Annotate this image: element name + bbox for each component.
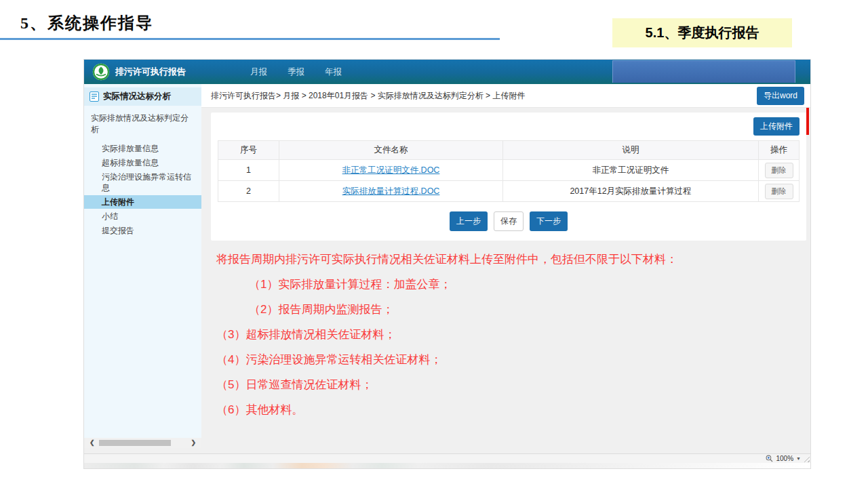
col-header-description: 说明 — [503, 141, 759, 160]
top-nav: 月报 季报 年报 — [250, 66, 342, 78]
sidebar-horizontal-scrollbar[interactable]: ❮ ❯ — [84, 438, 201, 448]
file-link[interactable]: 非正常工况证明文件.DOC — [342, 165, 440, 175]
delete-button[interactable]: 删除 — [765, 184, 793, 199]
cell-seq: 2 — [218, 181, 279, 202]
col-header-action: 操作 — [759, 141, 800, 160]
attachments-panel: 上传附件 序号 文件名称 说明 操作 — [211, 113, 806, 241]
red-annotation-text: 将报告周期内排污许可实际执行情况相关佐证材料上传至附件中，包括但不限于以下材料：… — [216, 247, 759, 422]
nav-item-quarterly[interactable]: 季报 — [288, 66, 304, 78]
title-underline — [0, 38, 500, 40]
scrollbar-thumb[interactable] — [99, 440, 171, 446]
attachments-table: 序号 文件名称 说明 操作 1 非正常工况证明文件.DOC 非正常工况证明文件 — [218, 140, 800, 202]
slide: 5、系统操作指导 5.1、季度执行报告 排污许可执行报告 月报 季报 年报 — [0, 0, 868, 488]
col-header-filename: 文件名称 — [279, 141, 503, 160]
zoom-level[interactable]: 100% — [776, 455, 793, 462]
sidebar-header-label: 实际情况达标分析 — [103, 91, 171, 102]
wizard-buttons: 上一步 保存 下一步 — [218, 202, 800, 232]
red-annotation-line — [806, 108, 809, 135]
topic-badge: 5.1、季度执行报告 — [612, 18, 792, 47]
app-navbar: 排污许可执行报告 月报 季报 年报 — [84, 60, 810, 84]
table-header-row: 序号 文件名称 说明 操作 — [218, 141, 800, 160]
taskbar-blur-strip — [84, 463, 810, 468]
nav-item-annual[interactable]: 年报 — [325, 66, 342, 78]
annotation-item: （6）其他材料。 — [216, 397, 759, 422]
annotation-intro: 将报告周期内排污许可实际执行情况相关佐证材料上传至附件中，包括但不限于以下材料： — [216, 247, 759, 272]
annotation-item: （2）报告周期内监测报告； — [216, 297, 759, 322]
document-icon — [90, 92, 99, 102]
delete-button[interactable]: 删除 — [765, 163, 793, 178]
breadcrumb-bar: 排污许可执行报告> 月报 > 2018年01月报告 > 实际排放情况及达标判定分… — [201, 84, 810, 108]
app-title: 排污许可执行报告 — [115, 66, 186, 78]
next-step-button[interactable]: 下一步 — [530, 211, 568, 231]
cell-seq: 1 — [218, 160, 279, 181]
app-logo-icon — [92, 63, 110, 81]
breadcrumb[interactable]: 排污许可执行报告> 月报 > 2018年01月报告 > 实际排放情况及达标判定分… — [211, 90, 525, 102]
annotation-item: （1）实际排放量计算过程：加盖公章； — [216, 272, 759, 297]
sidebar-panel: 实际情况达标分析 实际排放情况及达标判定分析 实际排放量信息 超标排放量信息 污… — [84, 84, 201, 438]
zoom-dropdown-icon[interactable]: ▼ — [796, 456, 801, 461]
user-info-redaction-box — [612, 60, 795, 83]
window-resize-gripper[interactable] — [803, 455, 810, 462]
export-word-button[interactable]: 导出word — [757, 87, 804, 105]
sidebar-item-upload-attachment[interactable]: 上传附件 — [84, 195, 201, 209]
file-link[interactable]: 实际排放量计算过程.DOC — [342, 186, 440, 196]
browser-statusbar: 100% ▼ — [84, 453, 810, 463]
table-row: 1 非正常工况证明文件.DOC 非正常工况证明文件 删除 — [218, 160, 800, 181]
save-button[interactable]: 保存 — [494, 211, 524, 231]
annotation-item: （4）污染治理设施异常运转相关佐证材料； — [216, 347, 759, 372]
table-row: 2 实际排放量计算过程.DOC 2017年12月实际排放量计算过程 删除 — [218, 181, 800, 202]
scroll-left-icon[interactable]: ❮ — [90, 440, 95, 446]
zoom-magnifier-icon — [766, 455, 773, 462]
sidebar-item-abnormal-operation[interactable]: 污染治理设施异常运转信息 — [84, 170, 201, 195]
cell-description: 非正常工况证明文件 — [503, 160, 759, 181]
upload-attachment-button[interactable]: 上传附件 — [753, 117, 800, 136]
sidebar-section-label: 实际排放情况及达标判定分析 — [84, 106, 201, 141]
nav-item-monthly[interactable]: 月报 — [250, 66, 267, 78]
sidebar: 实际情况达标分析 实际排放情况及达标判定分析 实际排放量信息 超标排放量信息 污… — [84, 84, 201, 453]
col-header-seq: 序号 — [218, 141, 279, 160]
sidebar-header-analysis[interactable]: 实际情况达标分析 — [84, 87, 201, 106]
annotation-item: （5）日常巡查情况佐证材料； — [216, 372, 759, 397]
annotation-item: （3）超标排放情况相关佐证材料； — [216, 322, 759, 347]
sidebar-item-excess-emission[interactable]: 超标排放量信息 — [84, 156, 201, 169]
browser-screenshot: 排污许可执行报告 月报 季报 年报 — [83, 59, 811, 469]
previous-step-button[interactable]: 上一步 — [450, 211, 488, 231]
cell-description: 2017年12月实际排放量计算过程 — [503, 181, 759, 202]
sidebar-item-submit-report[interactable]: 提交报告 — [84, 224, 201, 237]
sidebar-item-summary[interactable]: 小结 — [84, 209, 201, 223]
sidebar-item-actual-emission[interactable]: 实际排放量信息 — [84, 142, 201, 155]
slide-section-title: 5、系统操作指导 — [20, 12, 153, 34]
scroll-right-icon[interactable]: ❯ — [191, 440, 196, 446]
